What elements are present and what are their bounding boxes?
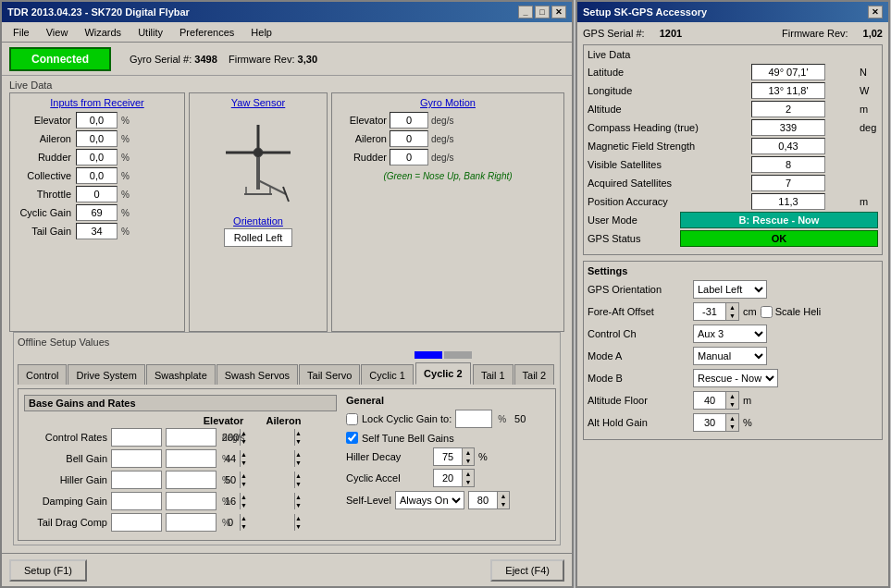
hiller-gain-aileron-arrows[interactable]: ▲ ▼ (294, 472, 302, 488)
self-level-arrows[interactable]: ▲ ▼ (497, 492, 509, 508)
menu-wizards[interactable]: Wizards (77, 25, 129, 40)
cyclic-accel-arrows[interactable]: ▲ ▼ (462, 470, 474, 486)
eject-button[interactable]: Eject (F4) (490, 559, 564, 582)
menu-view[interactable]: View (39, 25, 76, 40)
self-level-value-spin[interactable]: ▲ ▼ (468, 491, 510, 509)
damping-gain-aileron-spin[interactable]: ▲ ▼ (166, 492, 217, 510)
spin-up-btn[interactable]: ▲ (295, 472, 302, 480)
spin-up-btn[interactable]: ▲ (726, 303, 738, 312)
tail-drag-comp-elevator-spin[interactable]: ▲ ▼ (111, 513, 162, 532)
lock-cyclic-checkbox[interactable] (346, 413, 358, 425)
close-button[interactable]: ✕ (551, 6, 566, 18)
maximize-button[interactable]: □ (535, 6, 550, 18)
elevator-input[interactable] (76, 112, 118, 129)
spin-down-btn[interactable]: ▼ (295, 459, 302, 467)
alt-hold-gain-spin[interactable]: ▲ ▼ (693, 413, 739, 432)
tab-cyclic1[interactable]: Cyclic 1 (361, 364, 414, 385)
mode-b-dropdown[interactable]: Manual Rescue - Now Auto (693, 369, 778, 387)
lock-cyclic-spin[interactable]: ▲ ▼ (455, 410, 492, 428)
bell-gain-aileron-value[interactable] (167, 453, 294, 464)
mode-a-dropdown[interactable]: Manual Auto GPS (693, 347, 767, 365)
minimize-button[interactable]: _ (518, 6, 533, 18)
gyro-aileron-input[interactable] (390, 130, 428, 147)
spin-down-btn[interactable]: ▼ (726, 400, 738, 409)
lock-cyclic-value[interactable] (456, 413, 584, 424)
cyclic-accel-value[interactable] (434, 470, 462, 486)
orientation-title[interactable]: Orientation (233, 215, 283, 227)
tab-tail1[interactable]: Tail 1 (473, 364, 514, 385)
menu-help[interactable]: Help (243, 25, 279, 40)
spin-down-btn[interactable]: ▼ (295, 522, 302, 531)
connected-button[interactable]: Connected (9, 47, 111, 71)
gyro-motion-title[interactable]: Gyro Motion (336, 97, 560, 108)
menu-file[interactable]: File (6, 25, 37, 40)
tab-drive-system[interactable]: Drive System (68, 364, 144, 385)
spin-down-btn[interactable]: ▼ (295, 501, 302, 509)
spin-up-btn[interactable]: ▲ (295, 514, 302, 522)
hiller-decay-arrows[interactable]: ▲ ▼ (462, 448, 474, 465)
spin-down-btn[interactable]: ▼ (726, 312, 738, 320)
spin-up-btn[interactable]: ▲ (726, 414, 738, 423)
bell-gain-aileron-spin[interactable]: ▲ ▼ (166, 449, 217, 468)
damping-gain-elevator-spin[interactable]: ▲ ▼ (111, 492, 162, 510)
menu-utility[interactable]: Utility (130, 25, 170, 40)
setup-button[interactable]: Setup (F1) (9, 559, 87, 582)
spin-up-btn[interactable]: ▲ (463, 448, 474, 457)
bell-gain-aileron-arrows[interactable]: ▲ ▼ (294, 450, 302, 467)
self-level-value[interactable] (469, 492, 497, 508)
spin-down-btn[interactable]: ▼ (295, 437, 302, 446)
tail-drag-comp-aileron-value[interactable] (167, 517, 294, 528)
spin-down-btn[interactable]: ▼ (726, 423, 738, 431)
altitude-floor-value[interactable] (694, 392, 725, 409)
tab-swashplate[interactable]: Swashplate (146, 364, 216, 385)
control-rates-elevator-spin[interactable]: ▲ ▼ (111, 428, 162, 447)
rudder-input[interactable] (76, 149, 118, 165)
hiller-decay-value[interactable] (434, 448, 462, 465)
collective-input[interactable] (76, 167, 118, 184)
control-rates-aileron-arrows[interactable]: ▲ ▼ (294, 429, 302, 446)
gyro-rudder-input[interactable] (390, 149, 428, 165)
tab-tail2[interactable]: Tail 2 (514, 364, 555, 385)
self-level-dropdown[interactable]: Always On Off Switch (395, 491, 464, 509)
spin-up-btn[interactable]: ▲ (295, 493, 302, 501)
inputs-title[interactable]: Inputs from Receiver (14, 97, 180, 108)
fore-aft-offset-value[interactable] (694, 303, 725, 320)
hiller-gain-aileron-spin[interactable]: ▲ ▼ (166, 471, 217, 489)
menu-preferences[interactable]: Preferences (172, 25, 241, 40)
bell-gain-elevator-spin[interactable]: ▲ ▼ (111, 449, 162, 468)
throttle-input[interactable] (76, 186, 118, 202)
tab-swash-servos[interactable]: Swash Servos (217, 364, 298, 385)
cyclic-gain-input[interactable] (76, 204, 118, 221)
hiller-gain-aileron-value[interactable] (167, 474, 294, 485)
cyclic-accel-spin[interactable]: ▲ ▼ (433, 469, 475, 487)
fore-aft-offset-spin[interactable]: ▲ ▼ (693, 302, 739, 321)
tab-cyclic2[interactable]: Cyclic 2 (415, 362, 471, 385)
spin-up-btn[interactable]: ▲ (295, 429, 302, 437)
alt-hold-gain-value[interactable] (694, 414, 725, 431)
self-tune-checkbox[interactable] (346, 432, 358, 444)
spin-up-btn[interactable]: ▲ (463, 470, 474, 478)
damping-gain-aileron-arrows[interactable]: ▲ ▼ (294, 493, 302, 509)
aileron-input[interactable] (76, 130, 118, 147)
tab-control[interactable]: Control (18, 364, 67, 385)
altitude-floor-spin[interactable]: ▲ ▼ (693, 391, 739, 410)
spin-up-btn[interactable]: ▲ (498, 492, 509, 500)
fore-aft-offset-arrows[interactable]: ▲ ▼ (725, 303, 738, 320)
tab-tail-servo[interactable]: Tail Servo (299, 364, 360, 385)
control-ch-dropdown[interactable]: Aux 1 Aux 2 Aux 3 (693, 325, 767, 343)
spin-up-btn[interactable]: ▲ (726, 392, 738, 400)
spin-down-btn[interactable]: ▼ (463, 457, 474, 465)
gyro-elevator-input[interactable] (390, 112, 428, 129)
tail-drag-comp-aileron-spin[interactable]: ▲ ▼ (166, 513, 217, 532)
gps-orientation-dropdown[interactable]: Label Left Label Right (693, 280, 767, 299)
altitude-floor-arrows[interactable]: ▲ ▼ (725, 392, 738, 409)
hiller-decay-spin[interactable]: ▲ ▼ (433, 447, 475, 466)
yaw-sensor-title[interactable]: Yaw Sensor (231, 97, 286, 108)
tail-gain-input[interactable] (76, 223, 118, 239)
spin-down-btn[interactable]: ▼ (295, 480, 302, 488)
spin-up-btn[interactable]: ▲ (295, 450, 302, 459)
alt-hold-gain-arrows[interactable]: ▲ ▼ (725, 414, 738, 431)
gps-close-button[interactable]: ✕ (868, 6, 883, 18)
tail-drag-comp-aileron-arrows[interactable]: ▲ ▼ (294, 514, 302, 531)
spin-down-btn[interactable]: ▼ (463, 478, 474, 486)
